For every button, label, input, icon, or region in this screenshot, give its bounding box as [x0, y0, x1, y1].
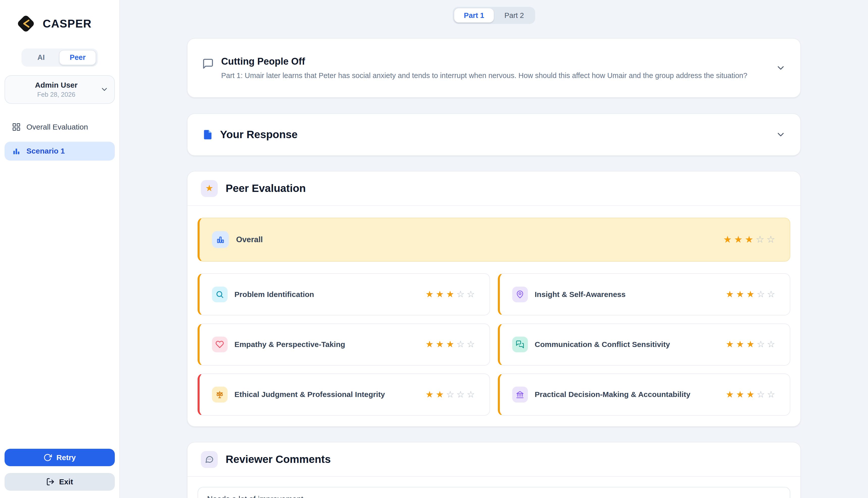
star-empty-icon: ☆: [767, 290, 775, 299]
sidebar-nav: Overall Evaluation Scenario 1: [4, 117, 115, 161]
star-empty-icon: ☆: [767, 340, 775, 349]
content-column: Cutting People Off Part 1: Umair later l…: [187, 38, 801, 498]
star-empty-icon: ☆: [457, 390, 464, 399]
grid-icon: [12, 122, 21, 132]
star-empty-icon: ☆: [757, 290, 765, 299]
document-icon: [202, 129, 214, 141]
overall-rating-row: Overall ★★★☆☆: [198, 218, 790, 262]
criterion-label: Problem Identification: [234, 290, 314, 299]
criterion-label: Practical Decision-Making & Accountabili…: [535, 390, 690, 399]
user-name: Admin User: [13, 81, 100, 89]
tab-part-2[interactable]: Part 2: [495, 8, 533, 22]
overall-star-rating: ★★★☆☆: [723, 235, 775, 245]
tab-part-1[interactable]: Part 1: [454, 8, 493, 22]
star-empty-icon: ☆: [446, 390, 454, 399]
criterion-card-insight-self-awareness: Insight & Self-Awareness ★★★☆☆: [498, 273, 790, 315]
peer-evaluation-title: Peer Evaluation: [226, 182, 306, 195]
search-icon: [212, 287, 228, 302]
criterion-label: Communication & Conflict Sensitivity: [535, 340, 670, 349]
casper-logo-icon: [15, 12, 37, 35]
star-empty-icon: ☆: [757, 340, 765, 349]
criterion-card-problem-identification: Problem Identification ★★★☆☆: [198, 273, 490, 315]
reviewer-comments-title: Reviewer Comments: [226, 453, 330, 466]
bar-chart-icon: [212, 231, 229, 248]
star-rating: ★★☆☆☆: [425, 390, 475, 399]
sidebar-item-overall-evaluation[interactable]: Overall Evaluation: [4, 117, 115, 136]
exit-label: Exit: [59, 477, 73, 486]
comment-bubble-icon: [201, 451, 218, 468]
mode-peer-button[interactable]: Peer: [59, 50, 96, 65]
star-filled-icon: ★: [723, 235, 732, 245]
star-filled-icon: ★: [736, 340, 744, 349]
your-response-card[interactable]: Your Response: [187, 114, 801, 156]
star-filled-icon: ★: [734, 235, 743, 245]
heart-icon: [212, 337, 228, 352]
star-filled-icon: ★: [736, 290, 744, 299]
chevron-down-icon: [100, 86, 109, 94]
overall-label: Overall: [236, 235, 263, 244]
star-filled-icon: ★: [446, 290, 454, 299]
brand-name: CASPER: [43, 17, 92, 30]
bank-icon: [512, 386, 528, 402]
star-filled-icon: ★: [736, 390, 744, 399]
criteria-grid: Problem Identification ★★★☆☆ Insight & S…: [198, 273, 790, 416]
reviewer-comments-body: Needs a lot of improvement...: [188, 477, 800, 498]
retry-button[interactable]: Retry: [4, 449, 115, 467]
star-rating: ★★★☆☆: [726, 290, 775, 299]
mode-toggle: AI Peer: [22, 49, 98, 67]
star-filled-icon: ★: [436, 290, 444, 299]
criterion-label: Insight & Self-Awareness: [535, 290, 625, 299]
criterion-card-ethical-judgment-professional-integrity: Ethical Judgment & Professional Integrit…: [198, 374, 490, 416]
criterion-card-practical-decision-making-accountability: Practical Decision-Making & Accountabili…: [498, 374, 790, 416]
star-filled-icon: ★: [746, 340, 755, 349]
star-rating: ★★★☆☆: [425, 290, 475, 299]
sidebar-item-label: Scenario 1: [27, 147, 65, 155]
reviewer-comment-text: Needs a lot of improvement...: [198, 487, 790, 498]
star-filled-icon: ★: [726, 340, 734, 349]
star-filled-icon: ★: [745, 235, 754, 245]
peer-evaluation-card: ★ Peer Evaluation Overall ★★★☆☆: [187, 171, 801, 427]
chevron-down-icon[interactable]: [776, 130, 786, 140]
star-empty-icon: ☆: [467, 340, 475, 349]
app: CASPER AI Peer Admin User Feb 28, 2026 O…: [0, 0, 868, 498]
scales-icon: [212, 386, 228, 402]
star-filled-icon: ★: [425, 290, 434, 299]
star-empty-icon: ☆: [756, 235, 764, 245]
peer-evaluation-body: Overall ★★★☆☆ Problem Identification ★★★…: [188, 206, 800, 426]
star-filled-icon: ★: [746, 390, 755, 399]
star-filled-icon: ★: [746, 290, 755, 299]
user-selector[interactable]: Admin User Feb 28, 2026: [4, 75, 115, 104]
star-rating: ★★★☆☆: [726, 340, 775, 349]
response-title: Your Response: [220, 129, 298, 141]
sidebar-footer: Retry Exit: [4, 449, 115, 491]
reviewer-comments-card: Reviewer Comments Needs a lot of improve…: [187, 442, 801, 498]
sidebar: CASPER AI Peer Admin User Feb 28, 2026 O…: [0, 0, 120, 498]
scenario-title: Cutting People Off: [221, 56, 747, 67]
brand: CASPER: [4, 0, 115, 43]
star-empty-icon: ☆: [467, 390, 475, 399]
exit-icon: [46, 477, 54, 486]
star-rating: ★★★☆☆: [425, 340, 475, 349]
star-rating: ★★★☆☆: [726, 390, 775, 399]
scenario-description: Part 1: Umair later learns that Peter ha…: [221, 71, 747, 80]
speech-bubble-icon: [202, 58, 214, 70]
star-filled-icon: ★: [446, 340, 454, 349]
retry-label: Retry: [56, 453, 76, 462]
criterion-card-communication-conflict-sensitivity: Communication & Conflict Sensitivity ★★★…: [498, 324, 790, 366]
scenario-card[interactable]: Cutting People Off Part 1: Umair later l…: [187, 38, 801, 98]
star-empty-icon: ☆: [457, 340, 464, 349]
sidebar-item-scenario-1[interactable]: Scenario 1: [4, 142, 115, 161]
mode-ai-button[interactable]: AI: [23, 50, 59, 65]
star-filled-icon: ★: [726, 290, 734, 299]
exit-button[interactable]: Exit: [4, 473, 115, 491]
chevron-down-icon[interactable]: [776, 63, 786, 73]
star-empty-icon: ☆: [757, 390, 765, 399]
refresh-icon: [43, 453, 52, 462]
map-pin-icon: [512, 287, 528, 302]
bar-chart-icon: [12, 147, 21, 156]
user-date: Feb 28, 2026: [13, 91, 100, 98]
sidebar-item-label: Overall Evaluation: [27, 123, 88, 131]
criterion-label: Ethical Judgment & Professional Integrit…: [234, 390, 385, 399]
star-empty-icon: ☆: [467, 290, 475, 299]
criterion-label: Empathy & Perspective-Taking: [234, 340, 345, 349]
